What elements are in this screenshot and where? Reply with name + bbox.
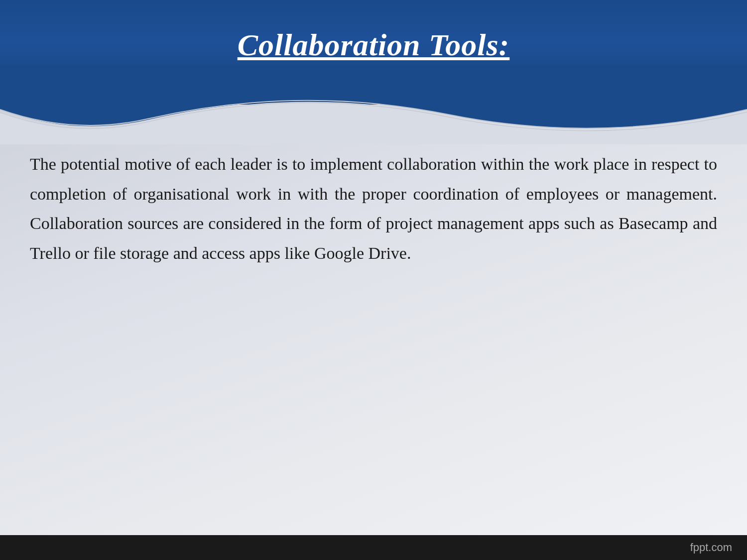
slide: Collaboration Tools: The potential motiv… [0,0,747,560]
body-text: The potential motive of each leader is t… [30,149,717,268]
title-area: Collaboration Tools: [0,0,747,90]
footer-text: fppt.com [690,541,732,554]
slide-title: Collaboration Tools: [238,27,510,63]
footer: fppt.com [0,535,747,560]
content-area: The potential motive of each leader is t… [30,149,717,520]
